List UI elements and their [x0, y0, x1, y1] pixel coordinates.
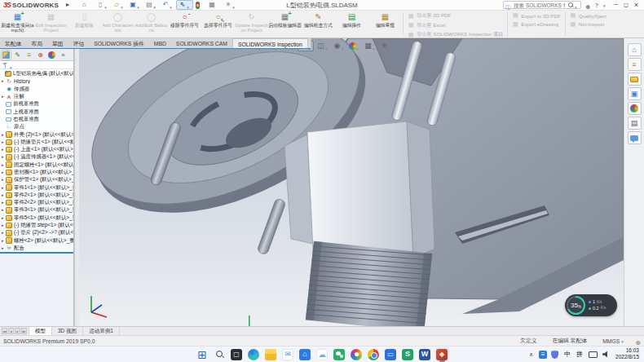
ribbon-tab[interactable]: 装配体 — [0, 38, 26, 49]
hud-button[interactable] — [332, 41, 346, 51]
tab-scroll-prev-icon[interactable] — [8, 328, 14, 334]
ribbon-button[interactable]: 编辑量规 — [368, 11, 402, 38]
search-icon[interactable] — [568, 2, 573, 7]
feature-tree-item[interactable]: 右视基准面 — [0, 116, 73, 123]
ribbon-tab[interactable]: SOLIDWORKS CAM — [171, 38, 232, 49]
tree-filter-row[interactable] — [0, 61, 73, 69]
feature-tree-item[interactable]: 密封圈<1> (默认<<默认>_显示状 — [0, 169, 73, 176]
help-search-box[interactable] — [503, 1, 581, 9]
hud-button[interactable] — [363, 41, 377, 51]
ribbon-button[interactable]: Add Characteristic — [101, 11, 135, 38]
feature-tree-item[interactable]: (-) 绝缘垫片<1> (默认<<默认>_显示 — [0, 139, 73, 146]
task-pane-tab[interactable] — [628, 73, 642, 86]
panel-tab[interactable] — [46, 50, 57, 60]
ribbon-button[interactable]: 移除零件序号 — [168, 11, 201, 38]
feature-tree-item[interactable]: 零件2<2> (默认<<默认>_显示状态 — [0, 199, 73, 206]
ribbon-tab[interactable]: SOLIDWORKS 插件 — [89, 38, 149, 49]
feature-tree-item[interactable]: 零件5<1> (默认<<默认>_显示状 — [0, 214, 73, 222]
taskbar-app-button[interactable] — [264, 347, 278, 361]
ribbon-button[interactable]: Edit Inspection Project — [34, 11, 68, 38]
status-item[interactable]: 在编辑 装配体 — [552, 337, 593, 345]
quick-access-button[interactable] — [62, 0, 77, 10]
taskbar-app-button[interactable] — [281, 347, 295, 361]
taskbar-app-button[interactable] — [196, 347, 210, 361]
task-pane-tab[interactable] — [628, 131, 642, 144]
taskbar-app-button[interactable] — [315, 347, 329, 361]
ime-language-indicator[interactable]: 中 — [564, 350, 571, 359]
tray-expand-icon[interactable] — [529, 351, 533, 357]
close-icon[interactable] — [634, 2, 638, 9]
search-dropdown-icon[interactable] — [575, 0, 579, 12]
quick-access-button[interactable] — [111, 0, 126, 10]
task-pane-tab[interactable] — [628, 117, 642, 130]
feature-tree-item[interactable]: (-) 上盖<1> (默认<<默认>_显示状 — [0, 146, 73, 153]
hud-button[interactable] — [379, 41, 394, 51]
status-item[interactable]: 欠定义 — [520, 337, 542, 345]
quick-access-button[interactable] — [223, 0, 238, 10]
feature-tree-item[interactable]: (-) 温度传感器<1> (默认<<默认>_ — [0, 153, 73, 161]
feature-tree-item[interactable]: (-) 绝缘管.step<1> (默认<<默认> — [0, 222, 73, 229]
feature-tree-item[interactable]: 螺栓<2> (默认<<默认>_显示状态 — [0, 237, 73, 245]
ribbon-tab[interactable]: MBD — [149, 38, 171, 49]
panel-splitter[interactable] — [74, 49, 79, 326]
net-speed-monitor[interactable]: 35% 1 K/s 0.2 K/s — [565, 294, 617, 316]
taskbar-app-button[interactable] — [418, 347, 432, 361]
feature-tree-item[interactable]: 前视基准面 — [0, 100, 73, 108]
tab-scroll-first-icon[interactable] — [2, 328, 7, 334]
task-pane-tab[interactable] — [628, 87, 642, 100]
ribbon-tab[interactable]: 草图 — [47, 38, 68, 49]
feature-tree-item[interactable]: 固定螺栓<1> (默认<<默认>_显示 — [0, 161, 73, 169]
task-pane-tab[interactable] — [628, 58, 642, 71]
hud-button[interactable] — [315, 41, 330, 51]
quick-access-button[interactable] — [78, 0, 94, 10]
quick-access-button[interactable] — [127, 0, 143, 10]
panel-tab[interactable] — [58, 50, 68, 60]
quick-access-button[interactable] — [143, 0, 159, 10]
hud-button[interactable] — [348, 41, 361, 51]
taskbar-app-button[interactable] — [298, 347, 312, 361]
feature-tree-root[interactable]: L型铠装热电偶 (默认<默认_显示状态-1 — [0, 70, 73, 77]
feature-tree-item[interactable]: History — [0, 77, 73, 85]
taskbar-app-button[interactable] — [230, 347, 244, 361]
taskbar-app-button[interactable] — [333, 347, 346, 361]
restore-icon[interactable] — [624, 2, 629, 9]
display-icon[interactable] — [589, 351, 598, 358]
feature-tree-item[interactable]: 零件3<1> (默认<<默认>_显示状 — [0, 206, 73, 214]
ribbon-tab[interactable]: SOLIDWORKS Inspection — [232, 38, 308, 49]
taskbar-app-button[interactable] — [367, 347, 381, 361]
task-pane-tab[interactable] — [628, 43, 642, 56]
feature-tree-item[interactable]: 零件2<1> (默认<<默认>_显示状态 — [0, 192, 73, 199]
volume-icon[interactable] — [602, 351, 610, 358]
ribbon-button[interactable]: 编辑操作 — [335, 11, 368, 38]
ribbon-button[interactable]: 新建检查项目(amp;N) — [1, 11, 34, 38]
taskbar-app-button[interactable] — [401, 347, 415, 361]
feature-tree-item[interactable]: 零件1<1> (默认<<默认>_显示状态 — [0, 183, 73, 191]
panel-tab[interactable] — [35, 50, 46, 60]
status-item[interactable]: MMGS — [602, 337, 625, 345]
model-tab[interactable]: 运动算例1 — [83, 327, 120, 335]
user-account-icon[interactable] — [584, 0, 591, 12]
taskbar-app-button[interactable] — [435, 347, 449, 361]
quick-access-button[interactable] — [176, 0, 193, 10]
tab-scroll-next-icon[interactable] — [15, 328, 20, 334]
ribbon-button[interactable]: 编辑检查方式 — [302, 11, 335, 38]
security-shield-icon[interactable] — [551, 351, 558, 359]
taskbar-app-button[interactable] — [247, 347, 261, 361]
ribbon-button[interactable]: Update Inspection Project — [235, 11, 268, 38]
help-button[interactable]: ? — [595, 2, 598, 9]
feature-tree-item[interactable]: 配合 — [0, 245, 73, 252]
quick-access-button[interactable] — [206, 0, 222, 10]
feature-tree-item[interactable]: 传感器 — [0, 86, 73, 93]
ribbon-button[interactable]: 选择零件序号 — [201, 11, 235, 38]
quick-access-button[interactable] — [194, 0, 205, 10]
feature-tree-item[interactable]: 原点 — [0, 123, 73, 130]
help-dropdown-icon[interactable] — [603, 2, 607, 9]
feature-tree-item[interactable]: 保护管<1> (默认<<默认>_显示状 — [0, 176, 73, 183]
feature-tree-item[interactable]: (-) 垫片 (2)<2> ->? (默认<<默认> — [0, 229, 73, 236]
minimize-icon[interactable] — [614, 2, 618, 9]
panel-tab[interactable] — [24, 50, 34, 60]
search-input[interactable] — [512, 2, 567, 9]
task-pane-tab[interactable] — [628, 102, 642, 115]
taskbar-clock[interactable]: 16:03 2022/8/15 — [615, 348, 639, 360]
onedrive-icon[interactable] — [539, 351, 547, 359]
